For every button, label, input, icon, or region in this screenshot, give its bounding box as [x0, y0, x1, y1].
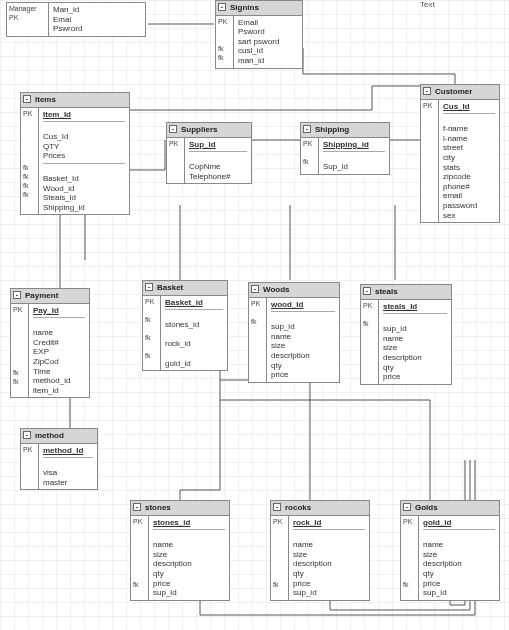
- pk-attr: Shipping_id: [323, 140, 385, 150]
- attr: city: [443, 153, 495, 163]
- entity-title: Shipping: [315, 125, 349, 134]
- attr: size: [153, 550, 225, 560]
- entity-title: Woods: [263, 285, 290, 294]
- collapse-icon[interactable]: -: [218, 3, 226, 11]
- fk-label: fk: [218, 45, 231, 54]
- collapse-icon[interactable]: -: [423, 87, 431, 95]
- collapse-icon[interactable]: -: [13, 291, 21, 299]
- entity-stones[interactable]: -stones PK fk stones_id name size descri…: [130, 500, 230, 601]
- attr: name: [271, 332, 335, 342]
- pk-label: PK: [251, 300, 264, 309]
- pk-label: PK: [23, 446, 36, 455]
- attr: sup_id: [153, 588, 225, 598]
- entity-title: Golds: [415, 503, 438, 512]
- pk-label: [218, 36, 231, 45]
- entity-title: method: [35, 431, 64, 440]
- attr: sup_id: [383, 324, 447, 334]
- attr: Pswrord: [53, 24, 141, 34]
- attr: stones_id: [165, 320, 223, 330]
- attr: description: [423, 559, 495, 569]
- attr: phone#: [443, 182, 495, 192]
- entity-manager[interactable]: Manager PK Man_id Emai Pswrord: [6, 2, 146, 37]
- collapse-icon[interactable]: -: [273, 503, 281, 511]
- collapse-icon[interactable]: -: [403, 503, 411, 511]
- attr: description: [153, 559, 225, 569]
- collapse-icon[interactable]: -: [133, 503, 141, 511]
- attr: name: [423, 540, 495, 550]
- collapse-icon[interactable]: -: [23, 431, 31, 439]
- fk-label: fk: [13, 378, 26, 387]
- entity-rocks[interactable]: -rocoks PK fk rock_Id name size descript…: [270, 500, 370, 601]
- attr: rock_id: [165, 339, 223, 349]
- attr: price: [153, 579, 225, 589]
- attr: description: [271, 351, 335, 361]
- pk-label: PK: [133, 518, 146, 527]
- entity-signins[interactable]: -Signins PK fk fk Email Psword sart pswo…: [215, 0, 303, 69]
- attr: Wood_id: [43, 184, 125, 194]
- entity-golds[interactable]: -Golds PK fk gold_id name size descripti…: [400, 500, 500, 601]
- pk-label: PK: [273, 518, 286, 527]
- entity-basket[interactable]: -Basket PK fk fk fk Basket_id stones_id …: [142, 280, 228, 371]
- fk-label: fk: [403, 581, 416, 590]
- attr: price: [383, 372, 447, 382]
- pk-label: PK: [403, 518, 416, 527]
- entity-steals[interactable]: -steals PK fk steals_Id sup_id name size…: [360, 284, 452, 385]
- entity-customer[interactable]: -Customer PK Cus_Id f-name l-name street…: [420, 84, 500, 223]
- attr: password: [443, 201, 495, 211]
- pk-label: PK: [218, 18, 231, 27]
- collapse-icon[interactable]: -: [169, 125, 177, 133]
- entity-title: Signins: [230, 3, 259, 12]
- fk-label: fk: [303, 158, 316, 167]
- attr: sart psword: [238, 37, 298, 47]
- attr: item_id: [33, 386, 85, 396]
- attr: price: [271, 370, 335, 380]
- attr: qty: [383, 363, 447, 373]
- pk-attr: steals_Id: [383, 302, 447, 312]
- pk-attr: wood_Id: [271, 300, 335, 310]
- attr: email: [443, 191, 495, 201]
- pk-attr: Item_Id: [43, 110, 125, 120]
- entity-title: steals: [375, 287, 398, 296]
- collapse-icon[interactable]: -: [251, 285, 259, 293]
- fk-label: fk: [133, 581, 146, 590]
- attr: cusl_id: [238, 46, 298, 56]
- attr: method_id: [33, 376, 85, 386]
- attr: sup_id: [423, 588, 495, 598]
- attr: description: [293, 559, 365, 569]
- entity-title: stones: [145, 503, 171, 512]
- text-label: Text: [420, 0, 435, 9]
- collapse-icon[interactable]: -: [303, 125, 311, 133]
- pk-label: [218, 27, 231, 36]
- entity-suppliers[interactable]: -Suppliers PK Sup_Id CopNme Telephone#: [166, 122, 252, 184]
- attr: ZipCod: [33, 357, 85, 367]
- entity-woods[interactable]: -Woods PK fk wood_Id sup_id name size de…: [248, 282, 340, 383]
- entity-title: Items: [35, 95, 56, 104]
- attr: price: [293, 579, 365, 589]
- entity-title: Payment: [25, 291, 58, 300]
- entity-shipping[interactable]: -Shipping PK fk Shipping_id Sup_id: [300, 122, 390, 175]
- attr: visa: [43, 468, 93, 478]
- attr: gold_id: [165, 359, 223, 369]
- entity-method[interactable]: -method PK method_Id visa master: [20, 428, 98, 490]
- attr: street: [443, 143, 495, 153]
- attr: size: [293, 550, 365, 560]
- pk-label: PK: [9, 14, 46, 23]
- fk-label: fk: [251, 318, 264, 327]
- pk-attr: Basket_id: [165, 298, 223, 308]
- fk-label: fk: [23, 173, 36, 182]
- attr: EXP: [33, 347, 85, 357]
- pk-attr: Cus_Id: [443, 102, 495, 112]
- fk-label: fk: [273, 581, 286, 590]
- entity-payment[interactable]: -Payment PK fk fk Pay_Id name Credit# EX…: [10, 288, 90, 398]
- entity-title: Customer: [435, 87, 472, 96]
- attr: master: [43, 478, 93, 488]
- fk-label: fk: [23, 191, 36, 200]
- collapse-icon[interactable]: -: [145, 283, 153, 291]
- collapse-icon[interactable]: -: [23, 95, 31, 103]
- attr: qty: [423, 569, 495, 579]
- collapse-icon[interactable]: -: [363, 287, 371, 295]
- pk-label: PK: [169, 140, 182, 149]
- pk-attr: Pay_Id: [33, 306, 85, 316]
- entity-items[interactable]: -Items PK fk fk fk fk Item_Id Cus_Id QTY…: [20, 92, 130, 215]
- fk-label: fk: [363, 320, 376, 329]
